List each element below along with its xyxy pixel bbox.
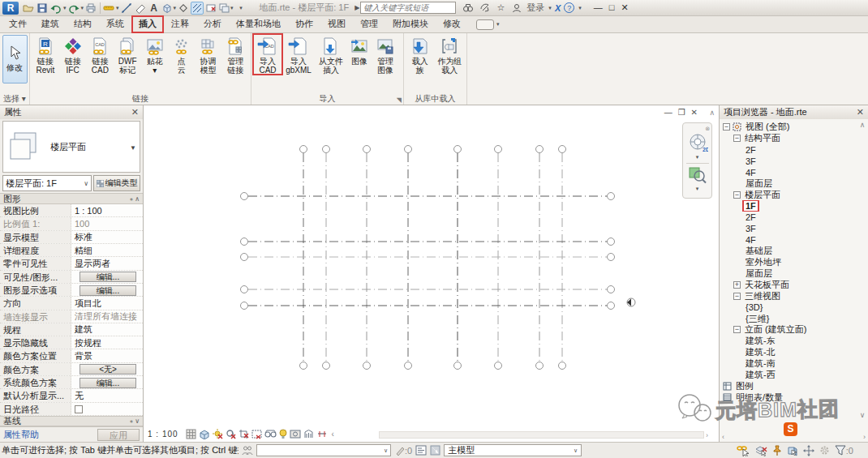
tab-8[interactable]: 协作 [288, 15, 320, 33]
type-selector[interactable]: 楼层平面 ▼ [2, 121, 140, 173]
project-browser-close-icon[interactable]: ✕ [857, 107, 864, 118]
link-panel-label[interactable]: 链接 [30, 93, 251, 105]
tab-12[interactable]: 修改 [436, 15, 468, 33]
link-ifc-button[interactable]: 链接 IFC [59, 34, 87, 75]
coordination-model-button[interactable]: 协调 模型 [195, 34, 222, 75]
browser-hscroll-right-icon[interactable]: › [863, 433, 866, 441]
design-options-pick-icon[interactable] [430, 445, 440, 456]
tree-item-24[interactable]: 明细表/数量 [720, 392, 868, 403]
undo-button[interactable]: ▾ [49, 2, 67, 15]
tab-4[interactable]: 插入 [131, 15, 164, 33]
tree-item-label[interactable]: 建筑-西 [744, 370, 777, 381]
open-button[interactable] [22, 2, 35, 15]
property-value[interactable]: 按规程 [71, 336, 143, 349]
selection-filter-icon[interactable]: :0 [835, 445, 853, 456]
search-icon[interactable] [462, 2, 475, 15]
type-selector-caret-icon[interactable]: ▼ [130, 144, 136, 152]
close-button[interactable]: ✕ [621, 2, 628, 13]
link-revit-button[interactable]: R 链接 Revit [32, 34, 59, 75]
detail-level-icon[interactable] [186, 429, 196, 439]
decal-button[interactable]: 贴花 ▾ [141, 34, 169, 75]
tab-11[interactable]: 附加模块 [385, 15, 436, 33]
tag-button[interactable] [134, 2, 147, 15]
tree-item-17[interactable]: {三维} [720, 313, 868, 324]
signin-caret-icon[interactable]: ▾ [548, 5, 552, 11]
property-value[interactable]: 背景 [71, 349, 143, 362]
design-option-dropdown[interactable]: 主模型 ∨ [444, 444, 582, 456]
import-panel-label[interactable]: 导入 [251, 93, 403, 105]
property-value[interactable]: 无 [71, 389, 143, 401]
temporary-view-properties-icon[interactable] [290, 429, 301, 439]
undo-caret-icon[interactable]: ▾ [63, 5, 67, 11]
property-edit-button[interactable]: <无> [79, 364, 136, 375]
property-edit-button[interactable]: 编辑... [79, 272, 136, 282]
hscroll-right-icon[interactable]: › [706, 431, 708, 439]
editable-only-icon[interactable] [415, 445, 427, 456]
collapse-icon[interactable]: − [723, 123, 730, 131]
select-underlay-icon[interactable] [754, 445, 767, 456]
navbar-close-icon[interactable]: ⊗ [705, 126, 710, 132]
tree-item-7[interactable]: 1F [720, 200, 868, 212]
tab-5[interactable]: 注释 [164, 15, 196, 33]
property-value[interactable]: 编辑... [71, 271, 143, 283]
tree-item-20[interactable]: 建筑-北 [720, 347, 868, 358]
select-links-icon[interactable] [737, 445, 750, 456]
canvas-hscrollbar[interactable]: › [377, 430, 708, 439]
tab-3[interactable]: 系统 [99, 15, 131, 33]
property-value[interactable] [71, 403, 143, 415]
thin-lines-toggle[interactable] [191, 2, 204, 15]
tree-item-label[interactable]: 楼层平面 [743, 189, 782, 200]
revit-logo[interactable]: R [2, 2, 19, 15]
browser-scroll-up-icon[interactable]: ∧ [860, 121, 866, 129]
aligned-dimension-button[interactable] [120, 2, 133, 15]
tree-item-15[interactable]: −三维视图 [720, 290, 868, 302]
print-button[interactable] [84, 2, 97, 15]
exchange-apps-icon[interactable]: X [555, 3, 561, 13]
tree-item-12[interactable]: 室外地坪 [720, 257, 868, 268]
help-caret-icon[interactable]: ▾ [578, 5, 582, 11]
tree-item-label[interactable]: 2F [744, 212, 758, 222]
view-close-icon[interactable]: ✕ [691, 109, 698, 117]
filter-settings-gear-icon[interactable] [819, 445, 830, 456]
text-button[interactable]: A [148, 2, 161, 15]
reveal-hidden-icon[interactable] [279, 429, 287, 439]
default-3d-view-button[interactable]: ▾ [161, 2, 177, 15]
property-value[interactable]: 精细 [71, 244, 143, 256]
tree-item-label[interactable]: {三维} [744, 313, 771, 324]
tab-9[interactable]: 视图 [320, 15, 353, 33]
select-pinned-icon[interactable] [772, 445, 782, 456]
tree-item-13[interactable]: 屋面层 [720, 268, 868, 280]
point-cloud-button[interactable]: 点 云 [169, 34, 195, 75]
hscroll-left-icon[interactable]: ‹ [332, 430, 334, 439]
reveal-constraints-icon[interactable] [316, 429, 328, 439]
help-icon[interactable]: ? [564, 2, 574, 13]
switch-windows-caret-icon[interactable]: ▾ [230, 5, 234, 11]
customize-qat-button[interactable]: ▾ [234, 2, 247, 15]
zoom-region-icon[interactable] [688, 165, 707, 185]
zoom-caret-icon[interactable]: ▾ [696, 186, 699, 192]
tree-item-16[interactable]: {3D} [720, 302, 868, 313]
tree-item-label[interactable]: 视图 (全部) [744, 122, 791, 133]
close-hidden-windows-button[interactable] [204, 2, 217, 15]
collapse-icon[interactable]: − [733, 293, 741, 300]
tree-item-label[interactable]: 结构平面 [743, 133, 782, 144]
maximize-button[interactable]: □ [609, 2, 615, 13]
property-value[interactable]: 100 [71, 217, 143, 229]
redo-button[interactable]: ▾ [67, 2, 84, 15]
edit-type-button[interactable]: 编辑类型 [93, 175, 140, 191]
insert-from-file-button[interactable]: 从文件 插入 [315, 34, 347, 75]
tree-item-1[interactable]: −结构平面 [720, 133, 868, 144]
properties-help-link[interactable]: 属性帮助 [3, 429, 39, 441]
tree-item-5[interactable]: 屋面层 [720, 178, 868, 189]
tree-item-label[interactable]: 天花板平面 [743, 279, 791, 290]
shadows-icon[interactable] [226, 429, 236, 439]
tree-item-2[interactable]: 2F [720, 144, 868, 156]
view-caret-icon[interactable]: ▾ [174, 5, 177, 11]
tab-1[interactable]: 建筑 [34, 15, 67, 33]
image-button[interactable]: 图像 [347, 34, 372, 66]
temporary-hide-isolate-icon[interactable] [264, 429, 277, 439]
import-gbxml-button[interactable]: 导入 gbXML [282, 34, 315, 75]
property-value[interactable]: <无> [71, 363, 143, 375]
collapse-icon[interactable]: − [733, 326, 741, 333]
apply-button[interactable]: 应用 [97, 429, 140, 441]
